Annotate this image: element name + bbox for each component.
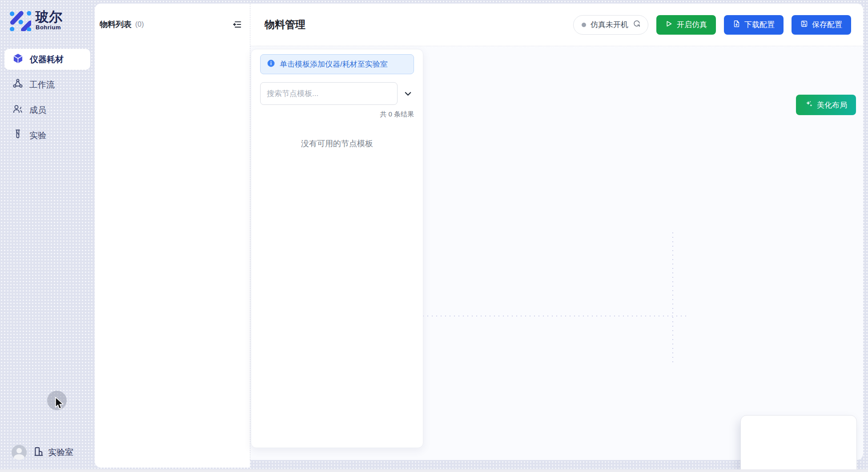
status-dot-icon [582, 23, 586, 27]
empty-templates-text: 没有可用的节点模板 [260, 138, 414, 149]
bohrium-logo-icon [7, 7, 31, 33]
template-hint-text: 单击模板添加仪器/耗材至实验室 [280, 59, 388, 69]
mouse-cursor [54, 397, 66, 412]
brand-logo: 玻尔 Bohrium [4, 7, 90, 33]
material-management-card: 物料管理 仿真未开机 开启仿真 [250, 4, 863, 460]
building-icon [33, 446, 44, 460]
save-icon [800, 20, 808, 30]
minimap[interactable] [740, 415, 857, 472]
workflow-icon [12, 78, 23, 91]
chevron-down-icon[interactable] [402, 88, 414, 100]
result-count: 共 0 条结果 [260, 110, 414, 119]
collapse-panel-icon[interactable] [231, 19, 243, 30]
lab-label: 实验室 [48, 447, 73, 458]
experiment-icon [12, 129, 23, 142]
material-list-header: 物料列表 (0) [100, 19, 243, 30]
beautify-layout-button[interactable]: 美化布局 [796, 95, 856, 115]
avatar[interactable] [12, 445, 27, 460]
simulation-status-pill[interactable]: 仿真未开机 [573, 15, 648, 35]
sidebar-item-workflow[interactable]: 工作流 [4, 74, 90, 95]
material-list-count: (0) [135, 20, 144, 28]
sidebar-item-instruments[interactable]: 仪器耗材 [4, 49, 90, 70]
cube-icon [12, 53, 24, 66]
start-simulation-button[interactable]: 开启仿真 [656, 15, 716, 35]
download-config-button[interactable]: 下载配置 [724, 15, 784, 35]
bottom-edge-strip [0, 469, 868, 472]
canvas-vertical-guide [672, 232, 673, 363]
save-config-button[interactable]: 保存配置 [792, 15, 851, 35]
simulation-status-label: 仿真未开机 [591, 20, 628, 30]
lab-switcher[interactable]: 实验室 [33, 446, 73, 460]
material-list-title: 物料列表 [100, 19, 132, 30]
sidebar-item-members[interactable]: 成员 [4, 100, 90, 120]
sidebar-item-experiments[interactable]: 实验 [4, 125, 90, 146]
page-title: 物料管理 [265, 18, 305, 32]
members-icon [12, 104, 23, 116]
sparkles-icon [805, 100, 813, 110]
sidebar-item-label: 成员 [29, 104, 46, 116]
node-template-panel: 单击模板添加仪器/耗材至实验室 共 0 条结果 没有可用的节点模板 [251, 49, 423, 448]
info-icon [267, 59, 275, 70]
sidebar-item-label: 实验 [29, 130, 46, 141]
canvas-horizontal-guide [423, 316, 690, 316]
search-input[interactable] [260, 82, 398, 105]
sidebar-footer: 实验室 [0, 445, 95, 460]
refresh-icon[interactable] [633, 20, 641, 30]
brand-name-en: Bohrium [36, 24, 62, 31]
sidebar-item-label: 工作流 [29, 79, 55, 91]
play-icon [665, 20, 673, 30]
flow-canvas[interactable]: 单击模板添加仪器/耗材至实验室 共 0 条结果 没有可用的节点模板 [250, 46, 863, 460]
brand-name-zh: 玻尔 [36, 9, 62, 24]
sidebar-item-label: 仪器耗材 [30, 54, 64, 65]
material-list-panel: 物料列表 (0) [95, 4, 250, 468]
file-download-icon [733, 20, 740, 30]
template-hint-banner: 单击模板添加仪器/耗材至实验室 [260, 54, 414, 74]
page-header: 物料管理 仿真未开机 开启仿真 [250, 4, 863, 46]
